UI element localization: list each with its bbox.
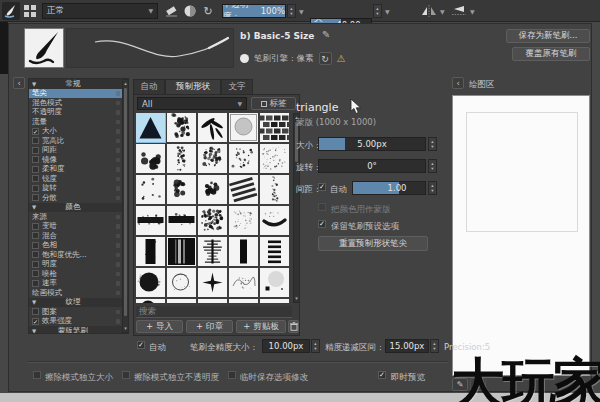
option-checkbox[interactable] <box>32 242 39 249</box>
option-checkbox[interactable] <box>32 251 39 258</box>
fullsize-field[interactable]: 10.00px <box>262 339 310 353</box>
size-options-chevron-icon[interactable]: ▼ <box>385 9 390 15</box>
options-scrollbar-thumb[interactable] <box>124 88 127 316</box>
mirror-horizontal-icon[interactable] <box>420 4 438 18</box>
delete-tip-button[interactable] <box>288 320 299 333</box>
reload-preset-icon[interactable]: ↻ <box>200 3 216 19</box>
brush-option-row[interactable]: 速率 <box>29 279 122 289</box>
option-checkbox[interactable] <box>32 156 39 163</box>
option-checkbox[interactable] <box>32 194 39 201</box>
preserve-preset-checkbox[interactable]: ✓ <box>318 220 326 228</box>
import-button[interactable]: + 导入 <box>136 320 183 333</box>
option-checkbox[interactable] <box>32 166 39 173</box>
brush-option-row[interactable]: 不透明度 <box>29 108 122 118</box>
scroll-down-icon[interactable]: ▾ <box>123 325 128 332</box>
brush-tip-cell-band[interactable] <box>136 237 165 266</box>
option-checkbox[interactable] <box>32 137 39 144</box>
brush-tip-cell-sparse-dots[interactable] <box>136 175 165 204</box>
brush-tip-cell-triangle[interactable] <box>136 113 165 142</box>
brush-option-row[interactable]: 流量 <box>29 117 122 127</box>
option-checkbox[interactable]: ✓ <box>32 128 39 135</box>
brush-tip-cell-hatch[interactable] <box>229 175 258 204</box>
brush-option-row[interactable]: 锐度 <box>29 174 122 184</box>
tag-button[interactable]: 标签 <box>251 97 296 110</box>
tag-filter-dropdown[interactable]: All ▼ <box>137 97 247 110</box>
scroll-up-icon[interactable]: ▴ <box>123 80 128 87</box>
brush-option-row[interactable]: 明度 <box>29 260 122 270</box>
scroll-down-icon[interactable]: ▾ <box>294 295 299 302</box>
brush-option-row[interactable]: 图案 <box>29 307 122 317</box>
blend-mode-dropdown[interactable]: 正常 ▼ <box>42 3 158 19</box>
save-new-brush-button[interactable]: 保存为新笔刷... <box>506 29 590 43</box>
brush-tip-cell-brick[interactable] <box>260 113 289 142</box>
opacity-slider[interactable]: 不透明度：100% <box>222 4 286 18</box>
brush-option-row[interactable]: 色相 <box>29 241 122 251</box>
tab-text[interactable]: 文字 <box>221 79 253 94</box>
reload-original-icon[interactable]: ↻ <box>319 52 332 65</box>
reset-predefined-tip-button[interactable]: 重置预制形状笔尖 <box>318 236 428 251</box>
brush-tip-cell-dot-ring[interactable] <box>167 175 196 204</box>
fade-field[interactable]: 15.00px <box>385 339 429 353</box>
tip-size-slider[interactable]: 5.00px <box>318 137 426 151</box>
option-checkbox[interactable] <box>32 223 39 230</box>
brush-option-row[interactable]: 间距 <box>29 146 122 156</box>
brush-tip-cell-star[interactable] <box>198 268 227 297</box>
stamp-button[interactable]: + 印章 <box>186 320 233 333</box>
brush-option-row[interactable]: ✓大小 <box>29 127 122 137</box>
option-checkbox[interactable] <box>32 308 39 315</box>
brush-tip-cell-band-invert[interactable] <box>167 237 196 266</box>
brush-option-row[interactable]: 混色模式 <box>29 98 122 108</box>
brush-tip-cell-grain-column[interactable] <box>167 144 196 173</box>
brush-tip-cell-rough-stroke[interactable] <box>136 206 165 235</box>
tip-rotation-spinner[interactable]: ▴▾ <box>428 159 437 173</box>
precision-auto-checkbox[interactable]: ✓ <box>137 341 145 349</box>
brush-option-row[interactable]: 来源 <box>29 212 122 222</box>
brush-option-row[interactable]: 宽高比 <box>29 136 122 146</box>
options-section-header[interactable]: ▼常规 <box>29 79 122 89</box>
brush-tip-cell-leaves[interactable] <box>198 113 227 142</box>
rename-preset-pencil-icon[interactable]: ✎ <box>322 29 330 40</box>
brush-option-row[interactable]: 变暗 <box>29 222 122 232</box>
brush-tip-cell-grass2[interactable] <box>198 299 227 303</box>
brush-option-row[interactable]: 混合 <box>29 231 122 241</box>
eraser-opacity-checkbox[interactable] <box>122 371 130 379</box>
brush-option-row[interactable]: 镜像 <box>29 155 122 165</box>
brush-tip-cell-arc[interactable] <box>260 206 289 235</box>
fade-spinner[interactable]: ▴▾ <box>430 339 439 353</box>
tip-spacing-slider[interactable]: 1.00 <box>352 181 426 195</box>
eraser-mode-icon[interactable] <box>164 3 180 19</box>
size-spinner[interactable]: ▴▾ <box>373 4 382 18</box>
workspace-chooser-icon[interactable] <box>24 5 36 17</box>
brush-option-row[interactable]: 绘画模式 <box>29 288 122 298</box>
mirror-vertical-chevron-icon[interactable]: ▼ <box>470 9 475 15</box>
brush-tip-cell-big-dots[interactable] <box>136 144 165 173</box>
option-checkbox[interactable]: ✓ <box>32 318 39 325</box>
options-section-header[interactable]: ▼颜色 <box>29 203 122 213</box>
tip-spacing-spinner[interactable]: ▴▾ <box>428 181 437 195</box>
tip-size-spinner[interactable]: ▴▾ <box>428 137 437 151</box>
brush-tip-cell-splat2[interactable] <box>198 144 227 173</box>
tab-auto[interactable]: 自动 <box>133 79 165 94</box>
tab-predefined[interactable]: 预制形状 <box>165 79 221 94</box>
mirror-horizontal-chevron-icon[interactable]: ▼ <box>440 9 445 15</box>
brush-option-row[interactable]: 柔和度 <box>29 165 122 175</box>
brush-tip-cell-dense-splat[interactable] <box>198 206 227 235</box>
brush-tip-cell-gray-circle[interactable] <box>229 113 258 142</box>
collapse-scratchpad-button[interactable]: ‹ <box>452 77 464 89</box>
brush-tip-cell-sketch-circle[interactable] <box>167 268 196 297</box>
option-checkbox[interactable] <box>32 261 39 268</box>
brush-tip-cell-fine-speckle[interactable] <box>260 144 289 173</box>
mirror-vertical-icon[interactable] <box>450 4 468 18</box>
collapse-left-panel-button[interactable]: ‹ <box>13 77 25 89</box>
brush-tip-cell-spine[interactable] <box>198 237 227 266</box>
brush-tip-cell-few-dots[interactable] <box>260 299 289 303</box>
search-input[interactable]: 搜索 <box>136 306 292 318</box>
brush-tip-cell-grass[interactable] <box>167 299 196 303</box>
option-checkbox[interactable] <box>32 175 39 182</box>
preserve-alpha-icon[interactable] <box>182 3 198 19</box>
tip-rotation-field[interactable]: 0° <box>318 159 426 173</box>
fullsize-spinner[interactable]: ▴▾ <box>311 339 320 353</box>
brush-tip-cell-splat[interactable] <box>167 113 196 142</box>
brush-option-row[interactable]: 笔尖 <box>29 89 122 99</box>
brush-tip-cell-speckle[interactable] <box>229 144 258 173</box>
